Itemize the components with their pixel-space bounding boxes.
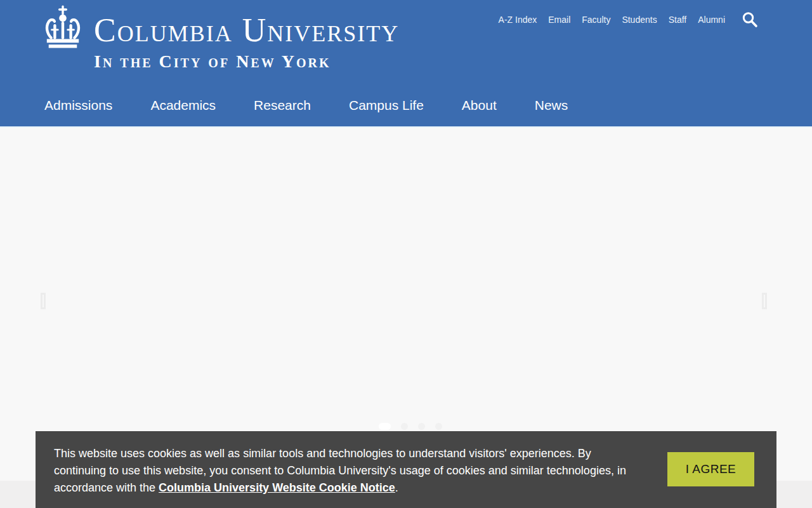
cookie-consent-banner: This website uses cookies as well as sim… — [36, 431, 776, 508]
carousel-dot-1[interactable] — [379, 423, 391, 430]
carousel-next-button[interactable] — [762, 293, 767, 309]
carousel-dot-3[interactable] — [418, 423, 425, 430]
utility-link-az-index[interactable]: A-Z Index — [499, 11, 537, 28]
nav-item-research[interactable]: Research — [254, 94, 311, 117]
carousel-dot-4[interactable] — [435, 423, 442, 430]
utility-link-faculty[interactable]: Faculty — [582, 11, 610, 28]
cookie-notice-link[interactable]: Columbia University Website Cookie Notic… — [159, 481, 395, 494]
logo-wordmark: Columbia University — [94, 14, 399, 47]
nav-item-campus-life[interactable]: Campus Life — [349, 94, 424, 117]
search-icon — [741, 11, 759, 29]
search-button[interactable] — [741, 11, 759, 29]
cookie-message: This website uses cookies as well as sim… — [54, 445, 626, 497]
nav-item-admissions[interactable]: Admissions — [44, 94, 112, 117]
columbia-logo[interactable]: Columbia University In the City of New Y… — [43, 5, 399, 70]
logo-text: Columbia University In the City of New Y… — [94, 5, 399, 70]
utility-link-email[interactable]: Email — [548, 11, 570, 28]
main-nav: Admissions Academics Research Campus Lif… — [44, 94, 568, 117]
agree-button[interactable]: I AGREE — [667, 452, 754, 486]
utility-link-alumni[interactable]: Alumni — [698, 11, 725, 28]
utility-link-staff[interactable]: Staff — [669, 11, 687, 28]
cookie-message-after-link: . — [395, 481, 398, 494]
site-header: Columbia University In the City of New Y… — [0, 0, 812, 128]
utility-link-students[interactable]: Students — [622, 11, 657, 28]
carousel-prev-button[interactable] — [41, 293, 46, 309]
nav-item-about[interactable]: About — [462, 94, 497, 117]
utility-nav: A-Z Index Email Faculty Students Staff A… — [499, 11, 759, 28]
logo-tagline: In the City of New York — [94, 53, 399, 70]
nav-item-news[interactable]: News — [535, 94, 568, 117]
carousel-dot-2[interactable] — [401, 423, 408, 430]
columbia-crown-icon — [43, 5, 82, 51]
nav-item-academics[interactable]: Academics — [150, 94, 216, 117]
carousel-dots — [379, 423, 442, 430]
